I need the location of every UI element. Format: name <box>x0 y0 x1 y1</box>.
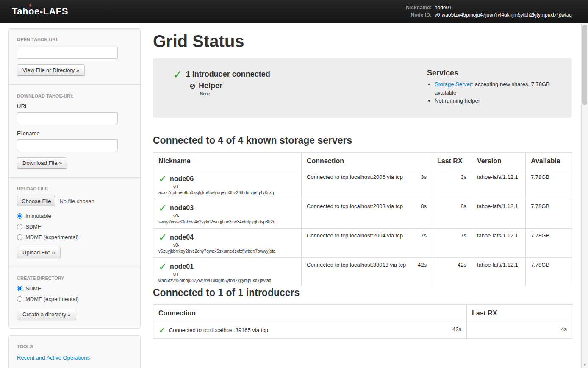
nickname-cell: ✓ node06 v0- acaz7qptmeo6m3asjlgkb6iwlyu… <box>153 170 302 199</box>
connected-check-icon: ✓ <box>158 326 166 335</box>
server-nickname: node03 <box>170 204 194 212</box>
logo-text: Tahoe-LAFS <box>12 6 68 17</box>
connection-text: Connected to tcp:localhost:39165 via tcp <box>169 327 268 333</box>
recent-operations-link[interactable]: Recent and Active Operations <box>17 354 90 361</box>
upload-format-mdmf-label: MDMF (experimental) <box>25 234 79 240</box>
introducers-table: Connection Last RX ✓ Connected to tcp:lo… <box>153 304 572 339</box>
section-divider <box>9 84 140 85</box>
connection-text: Connected to tcp:localhost:2006 via tcp <box>307 174 403 180</box>
introducers-heading: Connected to 1 of 1 introducers <box>153 287 572 298</box>
connection-cell: Connected to tcp:localhost:2003 via tcp … <box>302 199 432 228</box>
connected-check-icon: ✓ <box>158 203 167 213</box>
upload-file-label: UPLOAD FILE <box>17 186 132 191</box>
server-id-prefix: v0- <box>173 243 296 248</box>
download-uri-input[interactable] <box>17 112 118 124</box>
connection-age: 8s <box>421 203 427 209</box>
nickname-cell: ✓ node01 v0- wao5tzv45pmoju47jow7rvl4uki… <box>153 257 302 287</box>
dir-format-sdmf-option[interactable]: SDMF <box>17 285 132 292</box>
dir-format-mdmf-radio[interactable] <box>17 296 22 302</box>
filename-field-label: Filename <box>17 130 132 137</box>
tools-panel: TOOLS Recent and Active Operations <box>8 335 141 368</box>
download-uri-section: DOWNLOAD TAHOE-URI: URI Filename Downloa… <box>17 93 132 169</box>
version-cell: tahoe-lafs/1.12.1 <box>472 228 526 257</box>
upload-file-button[interactable]: Upload File » <box>17 247 61 258</box>
nickname-cell: ✓ node04 v0- v6zuyjkbrrkqy2bvc2cny7qwax5… <box>153 228 302 257</box>
service-storage-item: Storage Server: accepting new shares, 7.… <box>435 80 562 97</box>
create-directory-label: CREATE DIRECTORY <box>17 276 132 281</box>
connection-cell: Connected to tcp:localhost:2006 via tcp … <box>302 170 432 199</box>
no-helper-icon: ⊘ <box>189 82 196 90</box>
no-file-chosen-text: No file chosen <box>59 198 94 204</box>
col-header-available: Available <box>526 152 572 170</box>
upload-format-mdmf-radio[interactable] <box>17 234 22 240</box>
last-rx-cell: 42s <box>432 257 472 287</box>
connection-age: 42s <box>452 326 461 335</box>
introducer-row: ✓ Connected to tcp:localhost:39165 via t… <box>153 322 572 338</box>
dir-format-mdmf-option[interactable]: MDMF (experimental) <box>17 296 132 302</box>
upload-format-sdmf-radio[interactable] <box>17 224 22 229</box>
available-cell: 7.78GB <box>526 228 572 257</box>
last-rx-cell: 4s <box>467 322 572 338</box>
storage-server-row: ✓ node03 v0- swny2viyw63ofxwi4x2yykd2woq… <box>153 199 572 228</box>
page-title: Grid Status <box>153 32 572 50</box>
connection-age: 3s <box>421 174 427 180</box>
server-id-prefix: v0- <box>173 214 296 218</box>
node-id-label: Node ID: <box>406 12 432 18</box>
version-cell: tahoe-lafs/1.12.1 <box>472 199 526 228</box>
col-header-last-rx: Last RX <box>432 152 472 170</box>
open-uri-label: OPEN TAHOE-URI: <box>17 37 132 42</box>
create-directory-section: CREATE DIRECTORY SDMF MDMF (experimental… <box>17 276 132 320</box>
connection-text: Connected to tcp:localhost:38013 via tcp <box>307 262 406 268</box>
upload-format-immutable-radio[interactable] <box>17 213 22 219</box>
upload-format-immutable-option[interactable]: Immutable <box>17 213 132 219</box>
create-directory-button[interactable]: Create a directory » <box>17 309 76 320</box>
last-rx-cell: 8s <box>432 199 472 228</box>
upload-file-section: UPLOAD FILE Choose File No file chosen I… <box>17 186 132 258</box>
storage-servers-heading: Connected to 4 of 4 known storage server… <box>153 135 572 146</box>
server-id-prefix: v0- <box>173 184 296 189</box>
connection-text: Connected to tcp:localhost:2004 via tcp <box>307 232 403 239</box>
view-file-button[interactable]: View File or Directory » <box>17 64 85 76</box>
version-cell: tahoe-lafs/1.12.1 <box>472 170 526 199</box>
download-filename-input[interactable] <box>17 139 118 151</box>
open-uri-input[interactable] <box>17 47 118 59</box>
services-summary: Services Storage Server: accepting new s… <box>427 69 562 105</box>
storage-server-link[interactable]: Storage Server <box>435 81 472 87</box>
scroll-down-arrow-icon[interactable]: ▼ <box>582 363 588 367</box>
storage-servers-table: Nickname Connection Last RX Version Avai… <box>153 152 572 287</box>
section-divider <box>9 267 140 267</box>
available-cell: 7.78GB <box>526 199 572 228</box>
connection-text: Connected to tcp:localhost:2003 via tcp <box>307 203 403 209</box>
introducer-status-row: ✓ 1 introducer connected <box>173 69 427 80</box>
dir-format-sdmf-radio[interactable] <box>17 286 22 291</box>
server-nickname: node01 <box>170 263 194 270</box>
connection-cell: Connected to tcp:localhost:38013 via tcp… <box>302 257 432 287</box>
storage-table-header-row: Nickname Connection Last RX Version Avai… <box>153 152 572 170</box>
connected-check-icon: ✓ <box>158 174 167 184</box>
services-list: Storage Server: accepting new shares, 7.… <box>435 80 562 105</box>
services-title: Services <box>427 69 562 78</box>
server-nickname: node06 <box>170 175 194 183</box>
server-id-hash: acaz7qptmeo6m3asjlgkb6iwlyuqey53hz26tbdm… <box>158 190 296 195</box>
last-rx-cell: 7s <box>432 228 472 257</box>
upload-format-immutable-label: Immutable <box>25 213 51 219</box>
choose-file-button[interactable]: Choose File <box>17 196 55 206</box>
connected-check-icon: ✓ <box>158 232 167 243</box>
connection-cell: ✓ Connected to tcp:localhost:39165 via t… <box>153 322 467 338</box>
helper-status-row: ⊘ Helper <box>189 81 427 90</box>
available-cell: 7.78GB <box>526 170 572 199</box>
grid-summary-well: ✓ 1 introducer connected ⊘ Helper None S… <box>153 58 572 118</box>
vertical-scrollbar[interactable]: ▼ <box>581 23 588 368</box>
version-cell: tahoe-lafs/1.12.1 <box>472 257 526 287</box>
download-file-button[interactable]: Download File » <box>17 157 67 169</box>
nickname-label: Nickname: <box>406 5 432 11</box>
upload-format-sdmf-option[interactable]: SDMF <box>17 223 132 230</box>
introducer-status-text: 1 introducer connected <box>186 70 270 79</box>
col-header-nickname: Nickname <box>153 152 302 170</box>
last-rx-cell: 3s <box>432 170 472 199</box>
scrollbar-thumb[interactable] <box>582 25 587 105</box>
col-header-last-rx: Last RX <box>467 304 572 322</box>
sidebar-actions-panel: OPEN TAHOE-URI: View File or Directory »… <box>8 28 141 329</box>
upload-format-mdmf-option[interactable]: MDMF (experimental) <box>17 234 132 240</box>
tahoe-lafs-logo[interactable]: Tahoe-LAFS ✶ <box>12 6 68 17</box>
